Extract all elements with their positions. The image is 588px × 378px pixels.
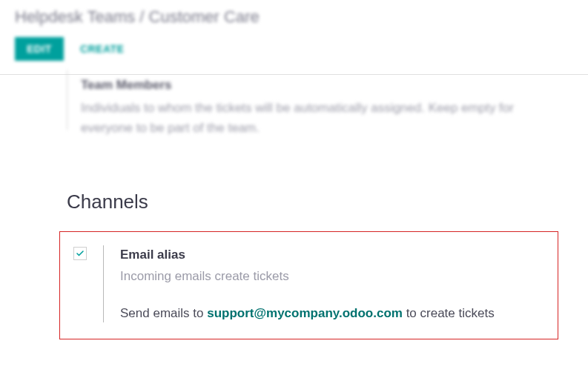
header-area: Helpdesk Teams / Customer Care EDIT CREA… [0, 0, 588, 61]
checkbox-cell [73, 245, 87, 260]
edit-button[interactable]: EDIT [15, 37, 64, 61]
team-members-text: Team Members Individuals to whom the tic… [81, 70, 563, 139]
email-alias-description: Send emails to support@mycompany.odoo.co… [120, 304, 544, 323]
email-alias-subtitle: Incoming emails create tickets [120, 267, 544, 286]
vertical-separator [103, 245, 104, 323]
email-alias-row: Email alias Incoming emails create ticke… [59, 231, 558, 340]
team-members-description: Individuals to whom the tickets will be … [81, 98, 563, 138]
content: Team Members Individuals to whom the tic… [0, 70, 588, 339]
email-alias-body: Email alias Incoming emails create ticke… [120, 245, 544, 323]
email-alias-checkbox[interactable] [73, 247, 87, 260]
create-button[interactable]: CREATE [74, 37, 131, 61]
email-alias-title: Email alias [120, 245, 544, 265]
desc-suffix: to create tickets [403, 306, 495, 320]
team-members-section: Team Members Individuals to whom the tic… [30, 70, 588, 139]
channels-heading: Channels [67, 190, 588, 213]
check-icon [76, 249, 85, 258]
team-members-label: Team Members [81, 75, 563, 95]
toolbar: EDIT CREATE [15, 37, 573, 61]
section-bar [67, 70, 67, 130]
desc-prefix: Send emails to [120, 306, 207, 320]
email-alias-address: support@mycompany.odoo.com [207, 306, 403, 320]
breadcrumb[interactable]: Helpdesk Teams / Customer Care [15, 7, 573, 27]
